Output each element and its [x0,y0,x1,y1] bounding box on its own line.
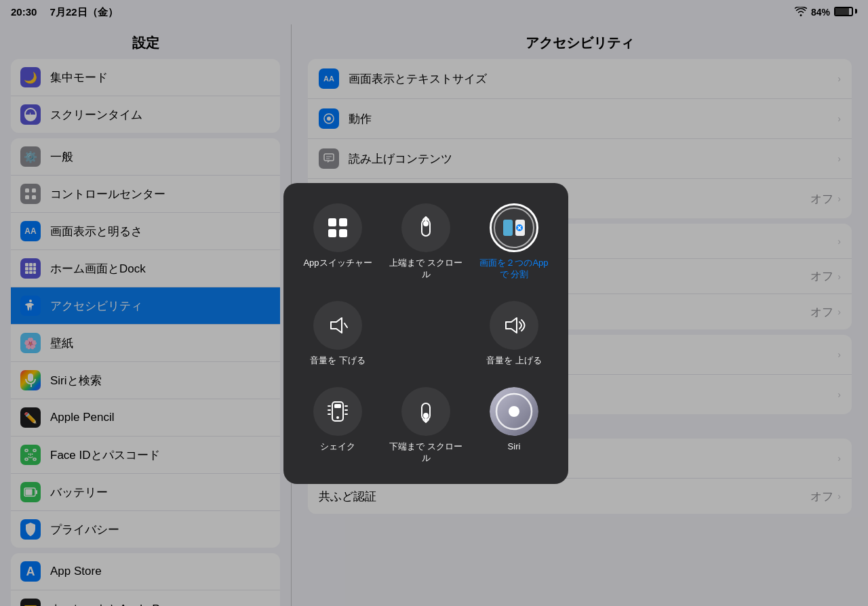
popup-item-app-switcher[interactable]: Appスイッチャー [297,197,378,287]
popup-icon-app-switcher [313,203,362,252]
popup-icon-siri [490,387,538,436]
popup-item-empty [385,294,467,373]
popup-item-scroll-bottom[interactable]: 下端まで スクロール [385,380,467,471]
svg-rect-39 [503,220,513,236]
svg-point-59 [509,406,519,417]
popup-label-volume-up: 音量を 上げる [486,355,542,367]
popup-menu: Appスイッチャー 上端まで スクロール [283,183,568,484]
popup-icon-volume-up [490,301,538,350]
svg-rect-40 [515,220,525,236]
svg-rect-33 [339,218,347,226]
svg-marker-42 [331,318,342,333]
svg-point-37 [423,221,429,226]
popup-icon-volume-down [313,301,362,350]
svg-point-41 [516,224,523,231]
svg-marker-44 [506,318,517,333]
popup-item-split-screen[interactable]: 画面を２つのAppで 分割 [473,197,555,287]
popup-item-siri[interactable]: Siri [473,380,555,471]
svg-point-55 [423,413,429,418]
popup-label-scroll-bottom: 下端まで スクロール [389,441,462,464]
popup-icon-scroll-top [401,203,450,252]
svg-rect-34 [328,229,336,237]
popup-label-split-screen: 画面を２つのAppで 分割 [477,258,551,281]
popup-label-siri: Siri [508,441,521,453]
svg-rect-46 [334,404,341,408]
svg-line-43 [344,323,347,327]
svg-rect-35 [339,229,347,237]
svg-point-47 [336,416,339,419]
svg-rect-32 [328,218,336,226]
popup-item-shake[interactable]: シェイク [297,380,378,471]
popup-label-volume-down: 音量を 下げる [310,355,366,367]
popup-item-volume-down[interactable]: 音量を 下げる [297,294,378,373]
popup-icon-scroll-bottom [401,387,450,436]
popup-label-shake: シェイク [320,441,355,453]
popup-overlay[interactable]: Appスイッチャー 上端まで スクロール [0,0,868,606]
popup-label-scroll-top: 上端まで スクロール [389,258,462,281]
popup-item-volume-up[interactable]: 音量を 上げる [473,294,555,373]
popup-item-scroll-top[interactable]: 上端まで スクロール [385,197,467,287]
popup-label-app-switcher: Appスイッチャー [303,258,372,269]
popup-icon-split-screen [490,203,538,252]
popup-icon-shake [313,387,362,436]
